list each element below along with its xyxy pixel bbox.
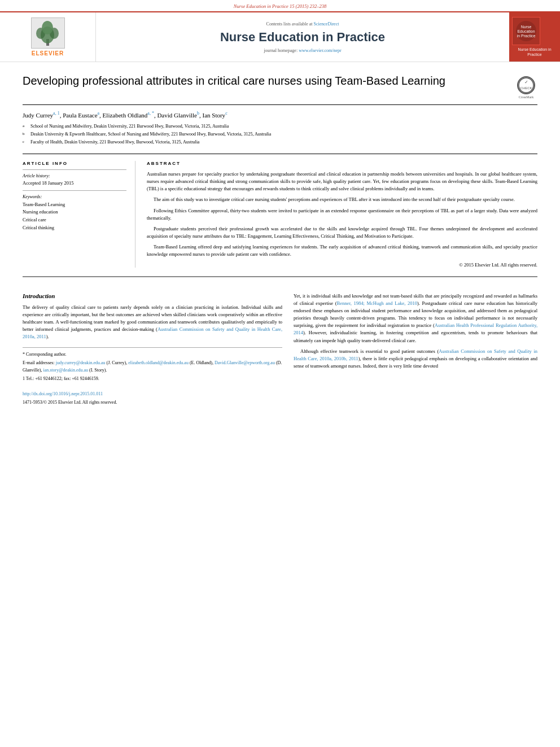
main-content: Developing professional attributes in cr… xyxy=(0,62,560,416)
affil-text-b: Deakin University & Epworth Healthcare, … xyxy=(30,131,271,138)
footnote-doi: http://dx.doi.org/10.1016/j.nepr.2015.01… xyxy=(23,391,282,398)
svg-point-4 xyxy=(42,21,53,34)
link-benner[interactable]: Benner, 1984; McHugh and Lake, 2010 xyxy=(337,300,417,306)
article-info-title: ARTICLE INFO xyxy=(23,161,126,166)
affil-text-a: School of Nursing and Midwifery, Deakin … xyxy=(30,123,229,130)
affil-sup-a: a xyxy=(23,123,28,130)
intro-right-text: Yet, it is individual skills and knowled… xyxy=(294,292,537,370)
journal-title-area: Contents lists available at ScienceDirec… xyxy=(96,12,509,62)
abstract-para-2: The aim of this study was to investigate… xyxy=(147,196,537,203)
info-divider-1 xyxy=(23,169,126,170)
affil-sup-b: b xyxy=(23,131,28,138)
intro-left: Introduction The delivery of quality cli… xyxy=(23,292,282,408)
affil-sup-c: c xyxy=(23,139,28,146)
email-glanville[interactable]: David.Glanville@epworth.org.au xyxy=(215,360,275,365)
svg-text:in Practice: in Practice xyxy=(517,34,536,38)
introduction-section: Introduction The delivery of quality cli… xyxy=(23,286,537,408)
intro-right-para-2: Although effective teamwork is essential… xyxy=(294,348,537,370)
footnote-corresponding: * Corresponding author. xyxy=(23,351,282,359)
elsevier-logo: ELSEVIER xyxy=(31,18,65,56)
journal-title: Nurse Education in Practice xyxy=(220,30,385,45)
article-title: Developing professional attributes in cr… xyxy=(23,73,506,88)
svg-text:CHECK: CHECK xyxy=(520,86,532,90)
author-glanville: David Glanville xyxy=(157,112,197,119)
svg-text:Education: Education xyxy=(517,29,535,33)
author-currey: Judy Currey xyxy=(23,112,53,119)
homepage-line: journal homepage: www.elsevier.com/nepr xyxy=(264,48,341,53)
article-title-section: Developing professional attributes in cr… xyxy=(23,73,537,105)
sciencedirect-link[interactable]: ScienceDirect xyxy=(314,21,339,27)
abstract-title: ABSTRACT xyxy=(147,161,537,166)
affiliation-b: b Deakin University & Epworth Healthcare… xyxy=(23,131,537,138)
intro-right: Yet, it is individual skills and knowled… xyxy=(294,292,537,408)
intro-heading: Introduction xyxy=(23,292,282,299)
journal-reference: Nurse Education in Practice 15 (2015) 23… xyxy=(0,0,560,11)
link-australian-commission-2[interactable]: Australian Commission on Safety and Qual… xyxy=(294,348,537,361)
svg-text:Nurse: Nurse xyxy=(521,25,532,29)
email-story[interactable]: ian.story@deakin.edu.au xyxy=(43,368,88,373)
article-accepted: Accepted 18 January 2015 xyxy=(23,180,126,186)
keywords-section: Keywords: Team-Based Learning Nursing ed… xyxy=(23,194,126,231)
abstract-para-5: Team-Based Learning offered deep and sat… xyxy=(147,243,537,258)
elsevier-tree-image xyxy=(31,18,65,49)
affiliation-a: a School of Nursing and Midwifery, Deaki… xyxy=(23,123,537,130)
crossmark-label: CrossMark xyxy=(519,95,534,99)
article-history-label: Article history: xyxy=(23,173,126,178)
info-divider-2 xyxy=(23,190,126,191)
footnote-area: * Corresponding author. E-mail addresses… xyxy=(23,347,282,407)
author-oldland: Elizabeth Oldland xyxy=(103,112,148,119)
keyword-3: Critical care xyxy=(23,216,126,224)
article-title-text: Developing professional attributes in cr… xyxy=(23,73,506,88)
copyright-line: © 2015 Elsevier Ltd. All rights reserved… xyxy=(147,262,537,268)
footnote-emails: E-mail addresses: judy.currey@deakin.edu… xyxy=(23,360,282,374)
link-australian-commission-1[interactable]: Australian Commission on Safety and Qual… xyxy=(23,326,282,339)
contents-line: Contents lists available at ScienceDirec… xyxy=(266,21,339,27)
journal-badge-area: Nurse Education in Practice Nurse Educat… xyxy=(509,12,560,62)
elsevier-wordmark: ELSEVIER xyxy=(32,50,64,56)
email-oldland[interactable]: elizabeth.oldland@deakin.edu.au xyxy=(128,360,189,365)
intro-left-para-1: The delivery of quality clinical care to… xyxy=(23,304,282,341)
article-body: ARTICLE INFO Article history: Accepted 1… xyxy=(23,161,537,277)
abstract-text: Australian nurses prepare for specialty … xyxy=(147,171,537,259)
keywords-label: Keywords: xyxy=(23,194,126,199)
abstract-para-1: Australian nurses prepare for specialty … xyxy=(147,171,537,193)
abstract-para-4: Postgraduate students perceived their pr… xyxy=(147,225,537,240)
footnote-issn: 1471-5953/© 2015 Elsevier Ltd. All right… xyxy=(23,399,282,407)
elsevier-logo-area: ELSEVIER xyxy=(0,12,96,62)
link-ahpra[interactable]: Australian Health Professional Regulatio… xyxy=(294,322,537,335)
intro-left-text: The delivery of quality clinical care to… xyxy=(23,304,282,341)
affiliation-c: c Faculty of Health, Deakin University, … xyxy=(23,139,537,146)
keyword-4: Critical thinking xyxy=(23,224,126,232)
abstract-section: ABSTRACT Australian nurses prepare for s… xyxy=(147,161,537,268)
author-story: Ian Story xyxy=(202,112,225,119)
crossmark-icon[interactable]: ✓ CHECK xyxy=(517,76,535,94)
journal-badge-icon: Nurse Education in Practice xyxy=(512,17,540,45)
keyword-1: Team-Based Learning xyxy=(23,201,126,209)
homepage-link[interactable]: www.elsevier.com/nepr xyxy=(299,48,341,53)
authors-line: Judy Curreya, 1, Paula Eustacea, Elizabe… xyxy=(23,111,537,119)
footnote-note1: 1 Tel.: +61 92446122; fax: +61 92446159. xyxy=(23,375,282,383)
affil-text-c: Faculty of Health, Deakin University, 22… xyxy=(30,139,199,146)
doi-link[interactable]: http://dx.doi.org/10.1016/j.nepr.2015.01… xyxy=(23,391,103,396)
svg-text:✓: ✓ xyxy=(524,80,528,85)
email-currey[interactable]: judy.currey@deakin.edu.au xyxy=(56,360,106,365)
affiliations: a School of Nursing and Midwifery, Deaki… xyxy=(23,123,537,154)
article-info: ARTICLE INFO Article history: Accepted 1… xyxy=(23,161,135,268)
author-eustace: Paula Eustace xyxy=(63,112,97,119)
journal-badge: Nurse Education in Practice Nurse Educat… xyxy=(512,17,557,57)
journal-ref-text: Nurse Education in Practice 15 (2015) 23… xyxy=(234,3,326,9)
intro-right-para-1: Yet, it is individual skills and knowled… xyxy=(294,292,537,344)
abstract-para-3: Following Ethics Committee approval, thi… xyxy=(147,207,537,222)
crossmark: ✓ CHECK CrossMark xyxy=(515,76,537,99)
journal-header: ELSEVIER Contents lists available at Sci… xyxy=(0,11,560,62)
keyword-2: Nursing education xyxy=(23,208,126,216)
